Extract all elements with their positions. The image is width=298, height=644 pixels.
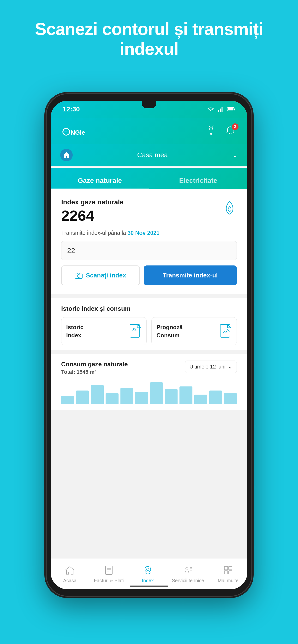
chart-bar xyxy=(209,390,222,404)
svg-rect-30 xyxy=(224,566,228,570)
acasa-label: Acasa xyxy=(63,578,77,584)
dropdown-chevron-icon: ⌄ xyxy=(228,364,232,370)
doc-icon-1 xyxy=(129,324,141,339)
index-input[interactable] xyxy=(61,241,237,260)
notification-badge: 3 xyxy=(232,124,238,130)
svg-line-13 xyxy=(209,126,210,127)
transmite-info: Transmite index-ul pâna la 30 Nov 2021 xyxy=(61,230,237,236)
consum-section: Consum gaze naturale Total: 1545 m³ Ulti… xyxy=(51,354,247,410)
phone-frame: 12:30 xyxy=(46,94,252,596)
prognoza-label: PrognozăConsum xyxy=(157,323,183,339)
chart-bar xyxy=(91,385,104,404)
istoric-title: Istoric index și consum xyxy=(61,305,237,312)
index-nav-label: Index xyxy=(142,578,154,584)
app-header: NGie xyxy=(51,118,247,144)
home-indicator xyxy=(130,586,168,587)
chart-bar xyxy=(120,388,133,404)
doc-icon-2 xyxy=(219,324,232,339)
facturi-icon xyxy=(103,564,115,576)
section-divider-1 xyxy=(51,294,247,298)
casa-label: Casa mea xyxy=(77,151,227,159)
index-info: Index gaze naturale 2264 xyxy=(61,198,123,224)
casa-mea-bar[interactable]: Casa mea ⌄ xyxy=(51,144,247,166)
svg-rect-2 xyxy=(220,108,221,112)
svg-rect-33 xyxy=(229,571,232,574)
svg-rect-1 xyxy=(218,110,219,112)
istoric-section: Istoric index și consum IstoricIndex xyxy=(51,298,247,350)
nav-servicii[interactable]: Servicii tehnice xyxy=(172,564,204,584)
svg-rect-16 xyxy=(130,324,140,337)
bottom-nav: Acasa Facturi & Plati xyxy=(51,558,247,590)
svg-text:NGie: NGie xyxy=(71,129,85,136)
card-actions: Scanaţi index Transmite index-ul xyxy=(61,266,237,285)
tab-gaze-naturale[interactable]: Gaze naturale xyxy=(51,172,149,189)
chart-bar xyxy=(180,386,192,404)
svg-rect-6 xyxy=(228,108,233,110)
facturi-label: Facturi & Plati xyxy=(94,578,123,584)
prognoza-consum-card[interactable]: PrognozăConsum xyxy=(152,317,237,345)
engie-logo: NGie xyxy=(61,125,90,137)
tab-electricitate[interactable]: Electricitate xyxy=(149,172,247,189)
tabs-area: Gaze naturale Electricitate xyxy=(51,168,247,189)
chart-bar xyxy=(194,394,207,404)
consum-total: Total: 1545 m³ xyxy=(61,369,128,375)
flashlight-icon xyxy=(206,125,216,136)
index-card-header: Index gaze naturale 2264 xyxy=(61,198,237,224)
istoric-index-card[interactable]: IstoricIndex xyxy=(61,317,146,345)
period-dropdown[interactable]: Ultimele 12 luni ⌄ xyxy=(185,360,237,373)
svg-rect-31 xyxy=(229,566,232,570)
signal-icon xyxy=(218,106,224,112)
istoric-cards: IstoricIndex xyxy=(61,317,237,345)
content-area: Index gaze naturale 2264 Transmite index… xyxy=(51,189,247,558)
house-icon xyxy=(63,152,70,158)
index-nav-icon xyxy=(142,564,154,576)
acasa-icon xyxy=(64,564,76,576)
index-card-value: 2264 xyxy=(61,207,123,224)
chart-bar xyxy=(135,392,148,404)
nav-acasa[interactable]: Acasa xyxy=(55,564,84,584)
camera-icon xyxy=(75,272,83,279)
status-icons xyxy=(207,106,235,112)
scan-button[interactable]: Scanaţi index xyxy=(61,266,140,285)
consumption-chart xyxy=(61,380,237,404)
servicii-label: Servicii tehnice xyxy=(172,578,204,584)
svg-rect-19 xyxy=(106,566,112,574)
consum-info: Consum gaze naturale Total: 1545 m³ xyxy=(61,360,128,375)
servicii-icon xyxy=(182,564,194,576)
page-title-area: Scanezi contorul și transmiți indexul xyxy=(0,19,298,59)
engie-logo-svg: NGie xyxy=(61,125,90,137)
svg-line-12 xyxy=(213,126,214,127)
svg-point-15 xyxy=(77,274,80,278)
flame-icon xyxy=(222,199,237,218)
mai-multe-label: Mai multe xyxy=(218,578,238,584)
transmite-date: 30 Nov 2021 xyxy=(128,230,160,236)
svg-rect-5 xyxy=(234,108,235,110)
casa-icon xyxy=(60,149,73,161)
chart-bar xyxy=(224,393,237,404)
chart-bar xyxy=(61,396,74,404)
mai-multe-icon xyxy=(222,564,234,576)
chart-bar xyxy=(165,389,178,404)
consum-header: Consum gaze naturale Total: 1545 m³ Ulti… xyxy=(61,360,237,375)
istoric-index-label: IstoricIndex xyxy=(66,323,83,339)
nav-mai-multe[interactable]: Mai multe xyxy=(214,564,243,584)
notification-icon-container[interactable]: 3 xyxy=(225,125,237,137)
header-actions: 3 xyxy=(206,125,237,137)
flashlight-icon-container[interactable] xyxy=(206,125,217,137)
index-card-title: Index gaze naturale xyxy=(61,198,123,206)
svg-rect-32 xyxy=(224,571,228,574)
svg-marker-0 xyxy=(209,110,212,111)
svg-rect-8 xyxy=(63,131,67,132)
transmite-button[interactable]: Transmite index-ul xyxy=(144,266,237,285)
status-time: 12:30 xyxy=(63,106,80,113)
nav-facturi[interactable]: Facturi & Plati xyxy=(94,564,123,584)
chart-bar xyxy=(76,390,89,404)
casa-chevron-icon: ⌄ xyxy=(232,151,238,159)
wifi-icon xyxy=(207,106,215,112)
index-card: Index gaze naturale 2264 Transmite index… xyxy=(51,189,247,294)
nav-index[interactable]: Index xyxy=(133,564,162,584)
chart-bar xyxy=(150,382,163,404)
page-headline: Scanezi contorul și transmiți indexul xyxy=(14,19,284,59)
battery-icon xyxy=(227,107,235,112)
svg-rect-3 xyxy=(221,107,223,112)
